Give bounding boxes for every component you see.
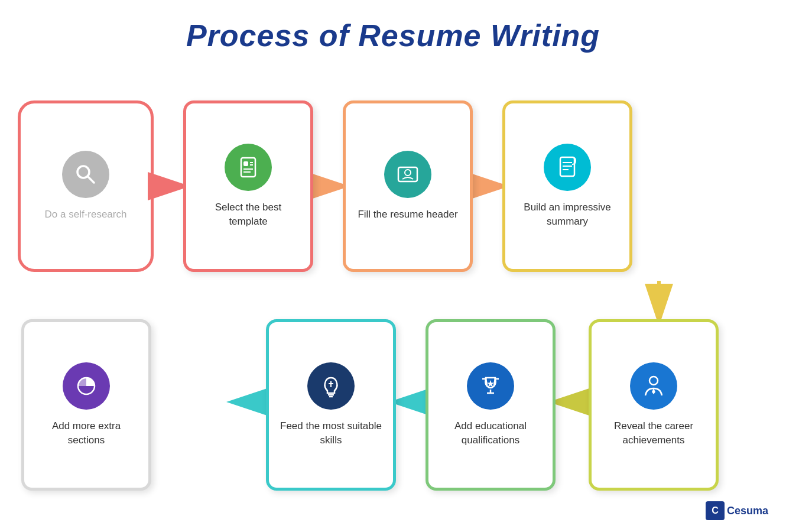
self-research-label: Do a self-research <box>45 207 127 222</box>
resume-icon <box>235 154 261 180</box>
card-career-achievements: Reveal the career achievements <box>589 319 719 491</box>
self-research-area: Do a self-research <box>18 100 154 272</box>
skills-icon <box>307 362 355 410</box>
trophy-icon <box>478 373 504 399</box>
select-template-icon <box>225 144 272 191</box>
svg-marker-31 <box>487 380 494 387</box>
card-fill-header: Fill the resume header <box>343 100 473 272</box>
extra-sections-label: Add more extra sections <box>33 419 139 447</box>
fill-header-label: Fill the resume header <box>358 207 457 222</box>
person-tie-icon <box>641 373 667 399</box>
card-educational: Add educational qualifications <box>426 319 556 491</box>
build-summary-icon <box>544 144 591 191</box>
card-build-summary: Build an impressive summary <box>502 100 632 272</box>
logo-letter: C <box>712 505 719 516</box>
search-icon <box>73 161 99 187</box>
flow-area: Do a self-research Select the best templ… <box>0 65 786 514</box>
chart-icon <box>73 373 99 399</box>
educational-icon <box>467 362 514 410</box>
career-label: Reveal the career achievements <box>600 419 707 447</box>
card-extra-sections: Add more extra sections <box>21 319 151 491</box>
logo-brand: Cesuma <box>727 505 768 517</box>
educational-label: Add educational qualifications <box>437 419 544 447</box>
lightbulb-icon <box>318 373 344 399</box>
extra-sections-icon <box>63 362 110 410</box>
svg-line-14 <box>87 176 94 183</box>
logo-icon: C <box>706 501 725 520</box>
svg-rect-15 <box>241 158 255 177</box>
svg-marker-28 <box>652 388 655 394</box>
svg-point-22 <box>405 170 411 176</box>
build-summary-label: Build an impressive summary <box>514 200 621 229</box>
logo: C Cesuma <box>706 501 768 520</box>
page-title: Process of Resume Writing <box>0 0 786 53</box>
svg-point-27 <box>649 377 658 385</box>
page-container: Process of Resume Writing <box>0 0 786 532</box>
self-research-icon-circle <box>62 151 109 198</box>
id-card-icon <box>395 161 421 187</box>
fill-header-icon <box>384 151 431 198</box>
card-select-template: Select the best template <box>183 100 313 272</box>
career-icon <box>630 362 677 410</box>
svg-rect-16 <box>243 161 248 166</box>
card-skills: Feed the most suitable skills <box>266 319 396 491</box>
skills-label: Feed the most suitable skills <box>278 419 384 447</box>
document-icon <box>554 154 580 180</box>
select-template-label: Select the best template <box>195 200 301 229</box>
